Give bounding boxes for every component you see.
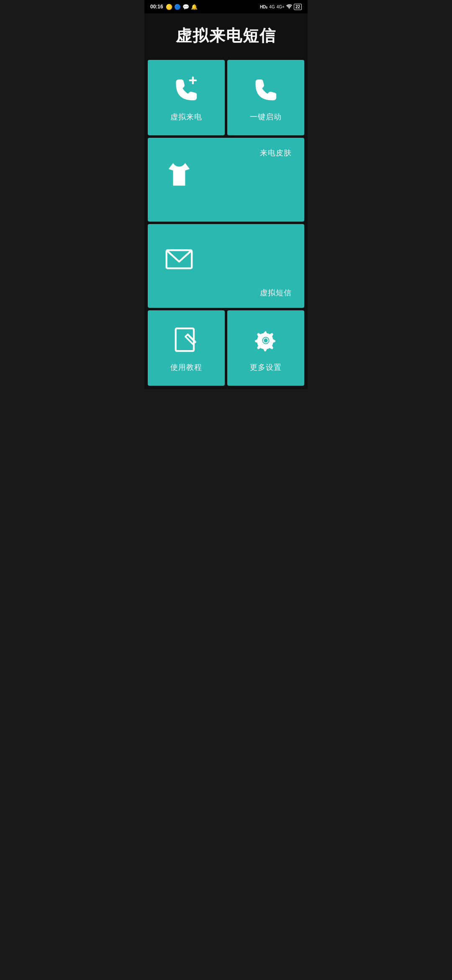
- edit-icon: [171, 325, 201, 356]
- tile-virtual-call[interactable]: 虚拟来电: [148, 60, 225, 135]
- row-1: 虚拟来电 一键启动: [148, 60, 304, 135]
- gear-icon: [251, 325, 281, 356]
- wifi-icon: [286, 4, 292, 10]
- tile-one-click-start[interactable]: 一键启动: [227, 60, 304, 135]
- tile-call-skin-label: 来电皮肤: [260, 148, 292, 158]
- battery-level: 22: [294, 4, 302, 10]
- tile-one-click-label: 一键启动: [250, 112, 282, 122]
- status-bar: 00:16 🟡 🔵 💬 🔔 HD₂ 4G 4G+ 22: [144, 0, 308, 13]
- mail-icon: [160, 242, 198, 276]
- hd-badge: HD₂: [260, 5, 267, 9]
- row-3: 虚拟短信: [148, 224, 304, 308]
- tile-tutorial-label: 使用教程: [170, 362, 202, 372]
- signal-4g-plus-icon: 4G+: [277, 5, 285, 9]
- app-icon-bell: 🔔: [191, 4, 198, 10]
- tile-virtual-sms[interactable]: 虚拟短信: [148, 224, 304, 308]
- signal-4g-icon: 4G: [269, 5, 275, 9]
- phone-icon: [251, 75, 281, 105]
- app-icon-2: 🔵: [174, 4, 181, 10]
- status-time: 00:16: [150, 4, 163, 10]
- svg-rect-3: [176, 328, 194, 351]
- tile-call-skin[interactable]: 来电皮肤: [148, 138, 304, 222]
- main-content: 虚拟来电 一键启动 来电皮肤: [144, 57, 308, 389]
- tile-settings[interactable]: 更多设置: [227, 310, 304, 386]
- phone-plus-icon: [171, 75, 201, 105]
- shirt-icon: [160, 156, 198, 194]
- app-header: 虚拟来电短信: [144, 13, 308, 57]
- app-icon-3: 💬: [182, 4, 189, 10]
- row-4: 使用教程 更多设置: [148, 310, 304, 386]
- app-title: 虚拟来电短信: [153, 25, 299, 46]
- tile-settings-label: 更多设置: [250, 362, 282, 372]
- row-2: 来电皮肤: [148, 138, 304, 222]
- status-left: 00:16 🟡 🔵 💬 🔔: [150, 4, 198, 10]
- status-right: HD₂ 4G 4G+ 22: [260, 4, 302, 10]
- tile-virtual-call-label: 虚拟来电: [170, 112, 202, 122]
- app-icon-1: 🟡: [166, 4, 172, 10]
- tile-virtual-sms-label: 虚拟短信: [260, 288, 292, 298]
- tile-tutorial[interactable]: 使用教程: [148, 310, 225, 386]
- status-app-icons: 🟡 🔵 💬 🔔: [166, 4, 198, 10]
